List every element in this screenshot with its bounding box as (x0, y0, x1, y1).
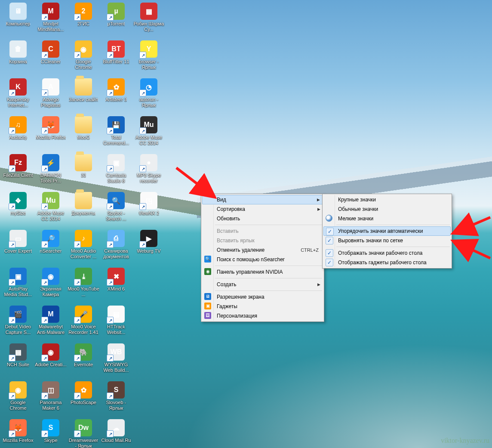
menu-item[interactable]: 🖼Персонализация (202, 311, 323, 321)
desktop-icon[interactable]: ❖mySize (2, 191, 34, 227)
desktop-icon[interactable]: ◉Экранная Камера (34, 267, 67, 303)
desktop-icon[interactable]: ♫Audacity (2, 115, 34, 151)
menu-item[interactable]: Сортировка▶ (202, 204, 323, 214)
desktop-icon[interactable]: MooO (67, 115, 100, 151)
desktop-icon[interactable]: 33 (67, 153, 100, 189)
desktop-icon[interactable]: MMindjet MindMana... (34, 2, 67, 38)
desktop-icon[interactable]: 🎬Debut Video Capture S... (2, 305, 34, 341)
desktop-icon[interactable]: ✖XMind 6 (100, 267, 132, 303)
desktop-icon[interactable]: µµTorrent (100, 2, 132, 38)
desktop-icon[interactable]: 🗑Корзина (2, 40, 34, 76)
desktop-icon[interactable]: ◔autorun - Ярлык (132, 77, 165, 114)
desktop-icon[interactable]: ◉Google Chrome (2, 380, 34, 417)
desktop-icon[interactable]: ✿PhotoScape (67, 380, 100, 417)
desktop-icon[interactable]: ▣Camtasia Studio 8 (100, 153, 132, 189)
desktop-icon[interactable]: ▭Cover Expert (2, 229, 34, 265)
desktop-icon-label: Экранная Камера (35, 286, 67, 297)
desktop-icon-label: Cover Expert (4, 248, 32, 254)
menu-item[interactable]: Обновить (202, 214, 323, 223)
desktop-icon[interactable]: SSlovoeb - Ярлык (100, 380, 132, 417)
app-icon: ❖ (9, 192, 27, 209)
app-icon: Mu (140, 116, 157, 133)
folder-icon (75, 154, 92, 171)
desktop-icon[interactable]: ◉Google Chrome (67, 40, 100, 76)
menu-item[interactable]: Мелкие значки (323, 214, 451, 223)
desktop-icon[interactable]: ⚡DAEMON Tools Pr... (34, 153, 67, 189)
desktop-icon[interactable]: ♪Moo0 Audio Converter ... (67, 229, 100, 265)
desktop-icon[interactable]: 🔎nSearcher (34, 229, 67, 265)
desktop-context-menu[interactable]: Вид▶Сортировка▶ОбновитьВставитьВставить … (201, 194, 324, 322)
menu-item[interactable]: ✓Упорядочить значки автоматически (323, 226, 451, 236)
app-icon: K (9, 78, 27, 96)
desktop-icon[interactable]: AAdvego Plagiatus (34, 77, 67, 114)
menu-item[interactable]: 🖥Разрешение экрана (202, 292, 323, 302)
desktop-icon-label: Adobe Creati... (35, 362, 66, 368)
desktop-icon-label: Moo0 YouTube ... (68, 286, 99, 297)
menu-item[interactable]: Отменить удалениеCTRL+Z (202, 245, 323, 255)
desktop-icon[interactable]: MuAdobe Muse CC 2014 (34, 191, 67, 227)
desktop-icon-label: Slovoeb - Ярлык (100, 400, 132, 411)
desktop-icon[interactable]: ◳ViewNX 2 (132, 191, 165, 227)
desktop-icon[interactable]: Документы (67, 191, 100, 227)
menu-item-label: Выровнять значки по сетке (338, 238, 403, 244)
desktop-icon-label: Записи скайп (69, 97, 98, 102)
menu-item[interactable]: ✓Отображать гаджеты рабочего стола (323, 258, 451, 267)
desktop-icon[interactable]: FzFileZilla Client (2, 153, 34, 189)
desktop-icon[interactable]: ✿Artisteer 3 (100, 77, 132, 114)
desktop-icon[interactable]: ⤓Moo0 YouTube ... (67, 267, 100, 303)
desktop-icon[interactable]: 🦊Mozilla Firefox (2, 418, 34, 448)
desktop-icon[interactable]: 🔍Spybot - Search ... (100, 191, 132, 227)
desktop-icon[interactable]: Ybrowser - Ярлык (132, 40, 165, 76)
menu-item[interactable]: Обычные значки (323, 204, 451, 214)
desktop-icon[interactable]: ☁Cloud Mail.Ru (100, 418, 132, 448)
menu-item[interactable]: 🔍Поиск с помощью nSearcher (202, 255, 323, 264)
app-icon: 🗑 (9, 40, 27, 58)
menu-item[interactable]: ✓Отображать значки рабочего стола (323, 248, 451, 258)
menu-item[interactable]: Вид▶ (202, 195, 323, 204)
desktop-icon[interactable]: MMalwarebyt Anti-Malware (34, 305, 67, 341)
app-icon: ▣ (108, 154, 125, 171)
desktop-icon[interactable]: ◉Adobe Creati... (34, 343, 67, 379)
desktop-icon[interactable]: CCCleaner (34, 40, 67, 76)
view-submenu[interactable]: Крупные значкиОбычные значкиМелкие значк… (322, 194, 452, 269)
desktop-icon[interactable]: 💾Total Command... (100, 115, 132, 151)
desktop-icon[interactable]: ▣AutoPlay Media Stud... (2, 267, 34, 303)
app-icon: Y (140, 40, 157, 58)
menu-item[interactable]: Крупные значки (323, 195, 451, 204)
desktop-icon-label: BluffTitler 11 (103, 59, 129, 65)
menu-item: Вставить (202, 226, 323, 236)
desktop-icon[interactable]: ▦NCH Suite (2, 343, 34, 379)
desktop-icon[interactable]: ▶Weburg TV (132, 229, 165, 265)
desktop-icon[interactable]: ▤HTTrack Websit... (100, 305, 132, 341)
desktop-icon[interactable]: KKaspersky Internet... (2, 77, 34, 114)
desktop-icon[interactable]: 🐘Evernote (67, 343, 100, 379)
menu-item[interactable]: ✓Выровнять значки по сетке (323, 236, 451, 245)
desktop-icon[interactable]: ●MP3 Skype recorder (132, 153, 165, 189)
app-icon: ✖ (108, 268, 125, 285)
desktop-icon[interactable]: ◫Panorama Maker 6 (34, 380, 67, 417)
desktop-icon[interactable]: BTBluffTitler 11 (100, 40, 132, 76)
menu-item-label: Упорядочить значки автоматически (338, 228, 423, 234)
desktop-icon-label: DAEMON Tools Pr... (35, 173, 67, 184)
desktop-icon[interactable]: 🖥Компьютер (2, 2, 34, 38)
app-icon: ☁ (108, 419, 125, 436)
desktop-icon[interactable]: SSkype (34, 418, 67, 448)
desktop-icon[interactable]: WBWYSIWYG Web Build... (100, 343, 132, 379)
desktop-icon[interactable]: 22ГИС (67, 2, 100, 38)
desktop-icon[interactable]: DwDreamweaver - Ярлык (67, 418, 100, 448)
desktop[interactable]: 🖥КомпьютерMMindjet MindMana...22ГИСµµTor… (0, 0, 492, 448)
menu-item[interactable]: Создать▶ (202, 280, 323, 289)
desktop-icon[interactable]: 🦊Mozilla Firefox (34, 115, 67, 151)
desktop-icon[interactable]: ▦Робин Шарма Су... (132, 2, 165, 38)
menu-item-label: Панель управления NVIDIA (217, 269, 283, 275)
desktop-icon[interactable]: 🎤Moo0 Voice Recorder 1.41 (67, 305, 100, 341)
desktop-icon-label: Google Chrome (2, 400, 34, 411)
menu-item-label: Обычные значки (338, 206, 378, 212)
menu-item-label: Отображать гаджеты рабочего стола (338, 260, 427, 266)
app-icon: A (42, 78, 59, 96)
menu-item[interactable]: ◉Панель управления NVIDIA (202, 267, 323, 277)
desktop-icon[interactable]: Записи скайп (67, 77, 100, 114)
desktop-icon[interactable]: ⎙Сканирова документов (100, 229, 132, 265)
desktop-icon[interactable]: MuAdobe Muse CC 2014 (132, 115, 165, 151)
menu-item[interactable]: ▣Гаджеты (202, 302, 323, 311)
